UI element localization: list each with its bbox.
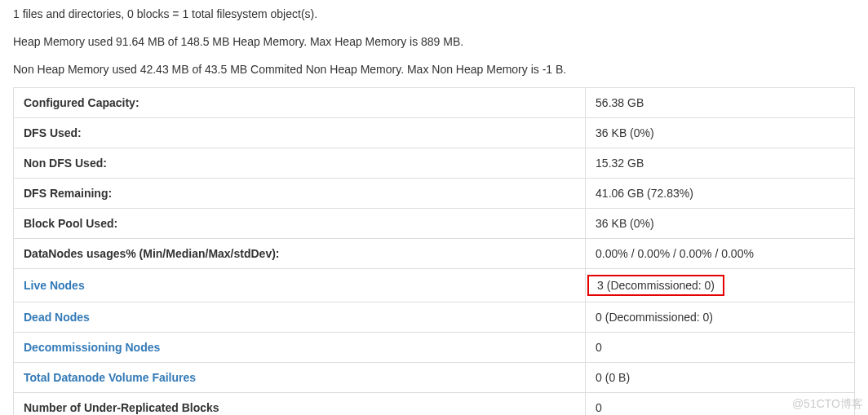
dead-nodes-cell: Dead Nodes (14, 302, 586, 333)
live-nodes-cell: Live Nodes (14, 269, 586, 302)
table-row: Non DFS Used: 15.32 GB (14, 148, 855, 179)
table-row: DFS Remaining: 41.06 GB (72.83%) (14, 179, 855, 209)
table-row: Number of Under-Replicated Blocks 0 (14, 393, 855, 415)
table-row: Dead Nodes 0 (Decommissioned: 0) (14, 302, 855, 333)
configured-capacity-value: 56.38 GB (586, 88, 855, 118)
decommissioning-nodes-cell: Decommissioning Nodes (14, 333, 586, 363)
dead-nodes-link[interactable]: Dead Nodes (24, 311, 90, 324)
volume-failures-cell: Total Datanode Volume Failures (14, 363, 586, 393)
datanodes-usages-label: DataNodes usages% (Min/Median/Max/stdDev… (14, 239, 586, 269)
block-pool-used-label: Block Pool Used: (14, 209, 586, 239)
non-dfs-used-value: 15.32 GB (586, 148, 855, 179)
dfs-used-label: DFS Used: (14, 118, 586, 148)
non-dfs-used-label: Non DFS Used: (14, 148, 586, 179)
configured-capacity-label: Configured Capacity: (14, 88, 586, 118)
dfs-remaining-value: 41.06 GB (72.83%) (586, 179, 855, 209)
table-row: Total Datanode Volume Failures 0 (0 B) (14, 363, 855, 393)
volume-failures-link[interactable]: Total Datanode Volume Failures (24, 371, 196, 384)
table-row: DataNodes usages% (Min/Median/Max/stdDev… (14, 239, 855, 269)
decommissioning-nodes-value: 0 (586, 333, 855, 363)
block-pool-used-value: 36 KB (0%) (586, 209, 855, 239)
under-replicated-label: Number of Under-Replicated Blocks (14, 393, 586, 415)
cluster-summary-table: Configured Capacity: 56.38 GB DFS Used: … (13, 87, 855, 415)
dead-nodes-value: 0 (Decommissioned: 0) (586, 302, 855, 333)
table-row: Configured Capacity: 56.38 GB (14, 88, 855, 118)
table-row: Decommissioning Nodes 0 (14, 333, 855, 363)
live-nodes-highlight: 3 (Decommissioned: 0) (587, 275, 724, 296)
datanodes-usages-value: 0.00% / 0.00% / 0.00% / 0.00% (586, 239, 855, 269)
under-replicated-value: 0 (586, 393, 855, 415)
decommissioning-nodes-link[interactable]: Decommissioning Nodes (24, 341, 160, 354)
table-row: Block Pool Used: 36 KB (0%) (14, 209, 855, 239)
live-nodes-link[interactable]: Live Nodes (24, 279, 85, 292)
heap-memory-summary: Heap Memory used 91.64 MB of 148.5 MB He… (13, 33, 855, 52)
table-row: DFS Used: 36 KB (0%) (14, 118, 855, 148)
dfs-remaining-label: DFS Remaining: (14, 179, 586, 209)
dfs-used-value: 36 KB (0%) (586, 118, 855, 148)
volume-failures-value: 0 (0 B) (586, 363, 855, 393)
live-nodes-value-cell: 3 (Decommissioned: 0) (586, 269, 855, 302)
nonheap-memory-summary: Non Heap Memory used 42.43 MB of 43.5 MB… (13, 60, 855, 80)
table-row: Live Nodes 3 (Decommissioned: 0) (14, 269, 855, 302)
files-summary: 1 files and directories, 0 blocks = 1 to… (13, 5, 855, 24)
